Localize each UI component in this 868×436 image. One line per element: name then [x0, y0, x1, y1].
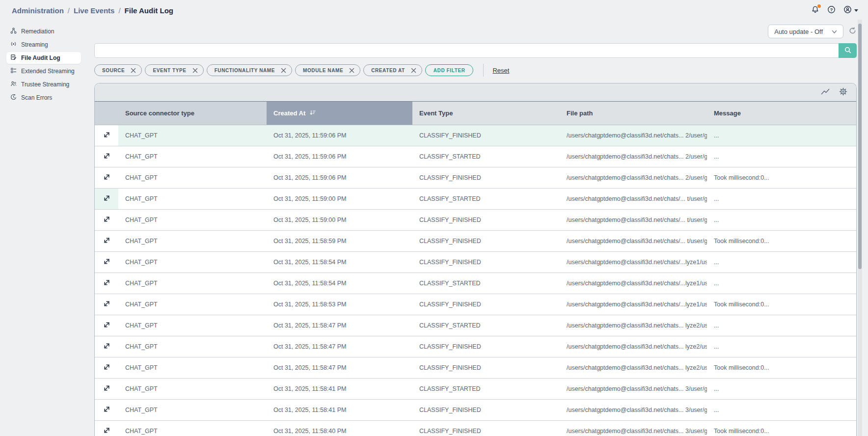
cell-created-at: Oct 31, 2025, 11:58:54 PM [267, 252, 412, 272]
table-row[interactable]: CHAT_GPT Oct 31, 2025, 11:59:00 PM CLASS… [95, 188, 856, 209]
table-row[interactable]: CHAT_GPT Oct 31, 2025, 11:58:59 PM CLASS… [95, 230, 856, 251]
expand-cell [95, 315, 118, 336]
main-content: Auto update - Off SOURCE EVENT TYPE [94, 22, 857, 436]
scrollbar-thumb[interactable] [858, 24, 862, 269]
sidebar-item-trustee-streaming[interactable]: Trustee Streaming [6, 79, 81, 90]
filter-chip-label: FUNCTIONALITY NAME [215, 68, 275, 73]
expand-row-button[interactable] [101, 425, 112, 436]
expand-row-button[interactable] [101, 171, 112, 184]
table-row[interactable]: CHAT_GPT Oct 31, 2025, 11:58:47 PM CLASS… [95, 357, 856, 378]
table-row[interactable]: CHAT_GPT Oct 31, 2025, 11:58:53 PM CLASS… [95, 294, 856, 315]
cell-file-path: /users/chatgptdemo@classifi3d.net/chats/… [560, 273, 707, 294]
header-event-type[interactable]: Event Type [412, 102, 560, 125]
sidebar-item-file-audit-log[interactable]: File Audit Log [6, 52, 81, 64]
remove-filter-icon[interactable] [349, 68, 354, 73]
filter-chip-label: SOURCE [102, 68, 125, 73]
expand-row-button[interactable] [101, 319, 112, 332]
expand-row-button[interactable] [101, 214, 112, 226]
help-button[interactable]: ? [827, 5, 836, 15]
expand-icon [103, 237, 110, 245]
reset-filters-link[interactable]: Reset [492, 67, 509, 74]
scan-errors-icon [10, 94, 17, 102]
expand-cell [95, 421, 118, 436]
table-row[interactable]: CHAT_GPT Oct 31, 2025, 11:58:47 PM CLASS… [95, 336, 856, 357]
expand-cell [95, 379, 118, 399]
filter-divider [483, 64, 484, 77]
expand-row-button[interactable] [101, 361, 112, 374]
cell-message: ... [707, 252, 856, 272]
filter-chip[interactable]: CREATED AT [363, 64, 422, 76]
cell-source-connector-type: CHAT_GPT [118, 146, 267, 167]
filter-chip[interactable]: MODULE NAME [295, 64, 360, 76]
table-row[interactable]: CHAT_GPT Oct 31, 2025, 11:59:00 PM CLASS… [95, 209, 856, 230]
expand-cell [95, 210, 118, 230]
expand-row-button[interactable] [101, 192, 112, 205]
expand-row-button[interactable] [101, 340, 112, 353]
cell-created-at: Oct 31, 2025, 11:58:41 PM [267, 400, 412, 420]
search-input[interactable] [94, 43, 839, 58]
filter-chip[interactable]: EVENT TYPE [145, 64, 203, 76]
table-row[interactable]: CHAT_GPT Oct 31, 2025, 11:58:40 PM CLASS… [95, 420, 856, 436]
expand-cell [95, 252, 118, 272]
remove-filter-icon[interactable] [131, 68, 136, 73]
cell-message: ... [707, 273, 856, 294]
account-menu-button[interactable] [843, 5, 858, 15]
search-button[interactable] [839, 43, 857, 58]
sidebar-item-streaming[interactable]: Streaming [6, 39, 81, 51]
header-created-at[interactable]: Created At [267, 102, 412, 125]
notifications-button[interactable] [811, 5, 819, 15]
breadcrumb-administration[interactable]: Administration [12, 6, 64, 15]
expand-cell [95, 400, 118, 420]
filter-chip[interactable]: FUNCTIONALITY NAME [207, 64, 292, 76]
expand-row-button[interactable] [101, 129, 112, 142]
sidebar-item-label: Scan Errors [21, 94, 52, 101]
expand-row-button[interactable] [101, 382, 112, 395]
table-row[interactable]: CHAT_GPT Oct 31, 2025, 11:58:41 PM CLASS… [95, 378, 856, 399]
cell-source-connector-type: CHAT_GPT [118, 357, 267, 378]
cell-created-at: Oct 31, 2025, 11:59:06 PM [267, 146, 412, 167]
chart-view-button[interactable] [821, 88, 830, 97]
expand-row-button[interactable] [101, 298, 112, 311]
breadcrumb-separator: / [118, 6, 120, 15]
add-filter-button[interactable]: ADD FILTER [425, 64, 474, 76]
cell-source-connector-type: CHAT_GPT [118, 252, 267, 272]
breadcrumb-live-events[interactable]: Live Events [74, 6, 114, 15]
cell-event-type: CLASSIFY_FINISHED [412, 231, 560, 251]
table-row[interactable]: CHAT_GPT Oct 31, 2025, 11:58:47 PM CLASS… [95, 315, 856, 336]
sidebar-item-label: File Audit Log [21, 54, 60, 61]
cell-source-connector-type: CHAT_GPT [118, 189, 267, 209]
cell-message: Took millisecond:0... [707, 421, 856, 436]
remove-filter-icon[interactable] [411, 68, 416, 73]
table-row[interactable]: CHAT_GPT Oct 31, 2025, 11:58:54 PM CLASS… [95, 251, 856, 272]
cell-event-type: CLASSIFY_FINISHED [412, 210, 560, 230]
table-row[interactable]: CHAT_GPT Oct 31, 2025, 11:59:06 PM CLASS… [95, 146, 856, 167]
sidebar-item-scan-errors[interactable]: Scan Errors [6, 92, 81, 104]
sidebar-item-remediation[interactable]: Remediation [6, 26, 81, 37]
table-row[interactable]: CHAT_GPT Oct 31, 2025, 11:58:54 PM CLASS… [95, 272, 856, 294]
sidebar-item-extended-streaming[interactable]: Extended Streaming [6, 65, 81, 77]
table-settings-button[interactable] [839, 87, 847, 97]
expand-cell [95, 294, 118, 315]
table-row[interactable]: CHAT_GPT Oct 31, 2025, 11:59:06 PM CLASS… [95, 125, 856, 146]
cell-message: ... [707, 125, 856, 146]
remove-filter-icon[interactable] [192, 68, 198, 73]
header-source-connector-type[interactable]: Source connector type [118, 102, 267, 125]
expand-row-button[interactable] [101, 150, 112, 163]
table-row[interactable]: CHAT_GPT Oct 31, 2025, 11:58:41 PM CLASS… [95, 399, 856, 420]
expand-row-button[interactable] [101, 256, 112, 269]
cell-event-type: CLASSIFY_FINISHED [412, 167, 560, 188]
breadcrumb-separator: / [68, 6, 70, 15]
filter-chip[interactable]: SOURCE [94, 64, 142, 76]
refresh-button[interactable] [848, 27, 857, 36]
header-message[interactable]: Message [707, 102, 856, 125]
remove-filter-icon[interactable] [281, 68, 286, 73]
cell-event-type: CLASSIFY_FINISHED [412, 125, 560, 146]
table-row[interactable]: CHAT_GPT Oct 31, 2025, 11:59:06 PM CLASS… [95, 167, 856, 188]
header-file-path[interactable]: File path [560, 102, 707, 125]
cell-message: ... [707, 146, 856, 167]
expand-row-button[interactable] [101, 235, 112, 247]
expand-row-button[interactable] [101, 404, 112, 416]
auto-update-select[interactable]: Auto update - Off [768, 25, 843, 38]
header-expand-column [95, 102, 118, 125]
expand-row-button[interactable] [101, 277, 112, 290]
